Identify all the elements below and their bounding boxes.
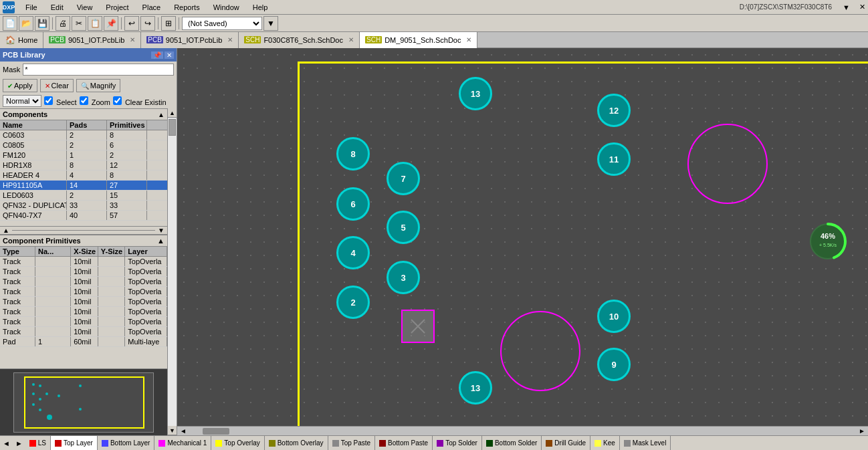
status-tab-mechanical[interactable]: Mechanical 1 [154,436,211,451]
component-2[interactable]: 2 [336,286,370,319]
status-tab-kee[interactable]: Kee [590,436,620,451]
redo-btn[interactable]: ↪ [140,16,155,31]
status-tab-top-paste[interactable]: Top Paste [328,436,375,451]
comp-row-hp911105a[interactable]: HP911105A 14 27 [0,181,167,191]
prim-row[interactable]: Track 10mil TopOverla [0,267,167,277]
hscroll-left-btn[interactable]: ◄ [177,427,189,435]
select-checkbox[interactable] [44,96,53,105]
save-btn[interactable]: 💾 [35,16,49,31]
tab-sch2-close[interactable]: ✕ [466,36,471,43]
saved-dropdown[interactable]: (Not Saved) [182,17,262,30]
component-7[interactable]: 7 [387,162,420,195]
status-tab-bottom-overlay[interactable]: Bottom Overlay [265,436,328,451]
undo-btn[interactable]: ↩ [124,16,139,31]
comp-row-header-4[interactable]: HEADER 4 4 8 [0,171,167,181]
prim-row[interactable]: Pad 1 60mil Multi-laye [0,337,167,347]
dxp-logo[interactable]: DXP [3,1,15,13]
component-6[interactable]: 6 [336,187,370,221]
print-btn[interactable]: 🖨 [56,16,70,31]
zoom-checkbox[interactable] [80,96,88,105]
component-5[interactable]: 5 [387,211,420,244]
tab-pcblib2[interactable]: PCB 9051_IOT.PcbLib ✕ [141,32,239,48]
scroll-up-btn[interactable]: ▲ [168,108,177,118]
filter-select[interactable]: Normal [3,95,41,107]
open-btn[interactable]: 📂 [19,16,33,31]
comp-row-fm120[interactable]: FM120 1 2 [0,150,167,160]
prim-row[interactable]: Track 10mil TopOverla [0,327,167,337]
menu-view[interactable]: View [74,2,96,13]
cut-btn[interactable]: ✂ [72,16,86,31]
hscroll-right-btn[interactable]: ► [856,427,868,435]
dropdown-arrow[interactable]: ▼ [263,16,278,31]
hscroll-thumb[interactable] [203,428,229,435]
component-11[interactable]: 11 [597,142,631,176]
status-tab-drill-guide[interactable]: Drill Guide [542,436,590,451]
comp-row-c0805[interactable]: C0805 2 6 [0,140,167,150]
status-tab-top-solder[interactable]: Top Solder [433,436,482,451]
menu-edit[interactable]: Edit [48,2,66,13]
component-9[interactable]: 9 [597,348,631,381]
pcb-canvas[interactable]: 13 12 8 11 7 6 5 4 3 2 [177,48,868,435]
path-close[interactable]: ✕ [859,3,865,11]
col-primitives[interactable]: Primitives [107,120,147,130]
clear-button[interactable]: ✕ Clear [40,79,74,92]
menu-file[interactable]: File [23,2,40,13]
menu-project[interactable]: Project [103,2,131,13]
prim-row[interactable]: Track 10mil TopOverla [0,317,167,327]
magnify-button[interactable]: 🔍 Magnify [76,79,121,92]
menu-help[interactable]: Help [250,2,271,13]
menu-place[interactable]: Place [140,2,164,13]
prim-row[interactable]: Track 10mil TopOverla [0,277,167,287]
comp-row-hdr1x8[interactable]: HDR1X8 8 12 [0,160,167,171]
apply-button[interactable]: ✔ Apply [3,79,37,92]
status-tab-top-overlay[interactable]: Top Overlay [211,436,264,451]
component-12[interactable]: 12 [597,94,631,127]
prim-row[interactable]: Track 10mil TopOverla [0,307,167,317]
scroll-arrow-up[interactable]: ▲ [0,227,12,234]
component-8[interactable]: 8 [336,137,370,171]
comp-row-c0603[interactable]: C0603 2 8 [0,130,167,140]
status-tab-mask-level[interactable]: Mask Level [620,436,671,451]
tab-sch1[interactable]: SCH F030C8T6_Sch.SchDoc ✕ [239,32,360,48]
component-3[interactable]: 3 [387,261,420,294]
scroll-arrow-down[interactable]: ▼ [155,227,167,234]
tab-sch2[interactable]: SCH DM_9051_Sch.SchDoc ✕ [360,32,477,48]
clear-existing-checkbox[interactable] [113,96,122,105]
scroll-down-btn[interactable]: ▼ [168,426,177,435]
tab-pcblib1[interactable]: PCB 9051_IOT.PcbLib ✕ [43,32,141,48]
prim-scroll-btn[interactable]: ▲ [157,237,165,245]
status-tab-top-layer[interactable]: Top Layer [51,436,98,451]
new-btn[interactable]: 📄 [3,16,17,31]
layer-nav-left[interactable]: ◄ [0,439,13,447]
menu-reports[interactable]: Reports [171,2,203,13]
prim-row[interactable]: Track 10mil TopOverla [0,287,167,297]
minimap-inner[interactable] [13,372,154,433]
mask-input[interactable] [23,64,174,76]
comp-scroll-btn[interactable]: ▲ [158,111,165,118]
pcb-horizontal-scrollbar[interactable]: ◄ ► [177,426,868,435]
component-10[interactable]: 10 [597,300,631,333]
paste-btn[interactable]: 📌 [104,16,118,31]
comp-row-qfn32---duplicat[interactable]: QFN32 - DUPLICAT 33 33 [0,201,167,211]
grid-btn[interactable]: ⊞ [161,16,176,31]
tab-sch1-close[interactable]: ✕ [348,36,354,43]
menu-window[interactable]: Window [211,2,242,13]
component-4[interactable]: 4 [336,236,370,269]
panel-pin-btn[interactable]: 📌 [151,51,163,59]
layer-nav-right[interactable]: ► [13,439,25,447]
prim-row[interactable]: Track 10mil TopOverla [0,257,167,267]
path-dropdown[interactable]: ▼ [843,3,850,11]
status-tab-bottom-paste[interactable]: Bottom Paste [375,436,433,451]
col-pads[interactable]: Pads [67,120,107,130]
status-tab-ls[interactable]: LS [25,436,51,451]
scroll-track[interactable] [168,118,177,426]
panel-close-btn[interactable]: ✕ [165,51,174,59]
tab-pcblib2-close[interactable]: ✕ [227,36,233,43]
prim-row[interactable]: Track 10mil TopOverla [0,297,167,307]
tab-pcblib1-close[interactable]: ✕ [130,36,135,43]
component-13-bottom[interactable]: 13 [459,371,492,405]
col-name[interactable]: Name [0,120,67,130]
tab-home[interactable]: 🏠 Home [0,32,43,48]
status-tab-bottom-solder[interactable]: Bottom Solder [482,436,542,451]
comp-row-led0603[interactable]: LED0603 2 15 [0,191,167,201]
